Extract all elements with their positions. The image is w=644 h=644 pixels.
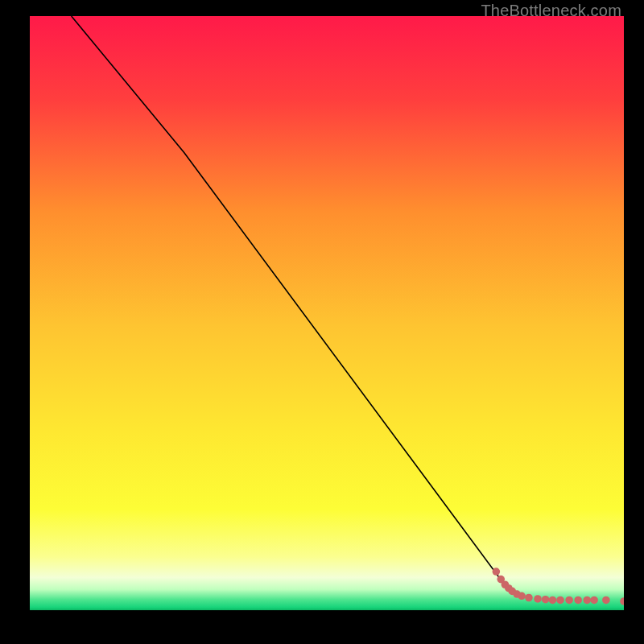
data-point: [602, 597, 610, 605]
data-point: [493, 568, 501, 576]
data-point: [549, 597, 557, 605]
data-points-group: [493, 568, 624, 605]
plot-area: [30, 16, 624, 610]
bottleneck-curve: [72, 16, 508, 589]
data-point: [556, 597, 564, 605]
data-point: [590, 597, 598, 605]
data-point: [583, 597, 591, 605]
data-point: [565, 597, 573, 605]
chart-stage: TheBottleneck.com: [0, 0, 644, 644]
data-point: [574, 597, 582, 605]
data-point: [525, 594, 533, 602]
data-point: [534, 595, 542, 603]
data-point: [518, 592, 526, 600]
data-point: [620, 597, 624, 605]
data-point: [542, 596, 550, 604]
chart-overlay: [30, 16, 624, 610]
